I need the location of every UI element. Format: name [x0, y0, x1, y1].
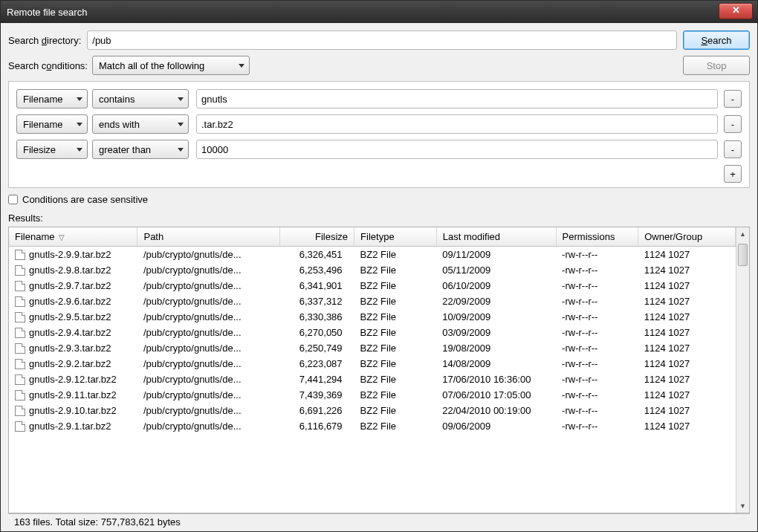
cell-filename: gnutls-2.9.10.tar.bz2 [9, 403, 137, 418]
cell-owner-group: 1124 1027 [638, 418, 736, 434]
table-row[interactable]: gnutls-2.9.2.tar.bz2/pub/crypto/gnutls/d… [9, 356, 736, 372]
cell-path: /pub/crypto/gnutls/de... [137, 418, 279, 434]
table-row[interactable]: gnutls-2.9.11.tar.bz2/pub/crypto/gnutls/… [9, 387, 736, 403]
remove-condition-button[interactable]: - [724, 115, 742, 133]
cell-filetype: BZ2 File [354, 325, 437, 340]
cell-owner-group: 1124 1027 [638, 293, 736, 309]
search-directory-label: Search directory: [8, 35, 81, 46]
cell-path: /pub/crypto/gnutls/de... [137, 340, 279, 356]
cell-owner-group: 1124 1027 [638, 372, 736, 387]
condition-operator-select[interactable]: ends with [92, 114, 189, 134]
condition-row: Filesizegreater than- [16, 140, 742, 159]
scroll-down-icon[interactable]: ▼ [736, 499, 749, 513]
results-table: Filename▽ Path Filesize Filetype Last mo… [8, 227, 750, 513]
condition-operator-value: greater than [99, 144, 151, 155]
col-filetype[interactable]: Filetype [354, 227, 437, 247]
cell-last-modified: 22/04/2010 00:19:00 [436, 403, 556, 418]
cell-path: /pub/crypto/gnutls/de... [137, 403, 279, 418]
search-directory-input[interactable] [87, 30, 677, 50]
cell-last-modified: 03/09/2009 [436, 325, 556, 340]
cell-filetype: BZ2 File [354, 403, 437, 418]
col-owner-group[interactable]: Owner/Group [638, 227, 736, 247]
cell-last-modified: 19/08/2009 [436, 340, 556, 356]
condition-operator-value: ends with [99, 119, 140, 130]
cell-filesize: 6,330,386 [279, 309, 354, 325]
col-permissions[interactable]: Permissions [556, 227, 638, 247]
file-icon [15, 343, 25, 354]
table-row[interactable]: gnutls-2.9.5.tar.bz2/pub/crypto/gnutls/d… [9, 309, 736, 325]
cell-filesize: 6,341,901 [279, 278, 354, 293]
window-close-button[interactable]: ✕ [719, 3, 753, 19]
condition-value-input[interactable] [196, 140, 718, 159]
col-filesize[interactable]: Filesize [279, 227, 354, 247]
file-icon [15, 312, 25, 322]
condition-operator-select[interactable]: contains [92, 89, 189, 108]
cell-last-modified: 09/06/2009 [436, 418, 556, 434]
cell-permissions: -rw-r--r-- [556, 418, 638, 434]
table-row[interactable]: gnutls-2.9.9.tar.bz2/pub/crypto/gnutls/d… [9, 247, 736, 263]
cell-permissions: -rw-r--r-- [556, 309, 638, 325]
cell-permissions: -rw-r--r-- [556, 325, 638, 340]
results-scrollbar[interactable]: ▲ ▼ [736, 227, 749, 513]
cell-filesize: 6,337,312 [279, 293, 354, 309]
cell-filename: gnutls-2.9.5.tar.bz2 [9, 309, 137, 325]
cell-permissions: -rw-r--r-- [556, 278, 638, 293]
cell-filetype: BZ2 File [354, 372, 437, 387]
file-icon [15, 390, 25, 400]
file-icon [15, 328, 25, 338]
match-mode-select[interactable]: Match all of the following [92, 56, 250, 75]
remove-condition-button[interactable]: - [724, 140, 742, 158]
file-icon [15, 296, 25, 307]
stop-button[interactable]: Stop [683, 56, 750, 75]
cell-filesize: 6,250,749 [279, 340, 354, 356]
cell-filename: gnutls-2.9.2.tar.bz2 [9, 356, 137, 372]
cell-filename: gnutls-2.9.1.tar.bz2 [9, 418, 137, 434]
cell-owner-group: 1124 1027 [638, 247, 736, 263]
cell-filesize: 6,253,496 [279, 262, 354, 278]
table-row[interactable]: gnutls-2.9.8.tar.bz2/pub/crypto/gnutls/d… [9, 262, 736, 278]
cell-owner-group: 1124 1027 [638, 340, 736, 356]
condition-field-select[interactable]: Filename [16, 89, 88, 108]
case-sensitive-checkbox[interactable] [8, 195, 18, 204]
add-condition-button[interactable]: + [724, 165, 742, 183]
condition-field-select[interactable]: Filename [16, 114, 88, 134]
cell-owner-group: 1124 1027 [638, 278, 736, 293]
cell-filename: gnutls-2.9.4.tar.bz2 [9, 325, 137, 340]
window-title: Remote file search [7, 7, 87, 18]
condition-value-input[interactable] [196, 89, 718, 108]
client-area: Search directory: Search Search conditio… [1, 23, 757, 531]
file-icon [15, 374, 25, 385]
remove-condition-button[interactable]: - [724, 90, 742, 108]
table-row[interactable]: gnutls-2.9.10.tar.bz2/pub/crypto/gnutls/… [9, 403, 736, 418]
cell-permissions: -rw-r--r-- [556, 340, 638, 356]
cell-filesize: 6,223,087 [279, 356, 354, 372]
cell-filesize: 7,439,369 [279, 387, 354, 403]
condition-value-input[interactable] [196, 114, 718, 134]
cell-permissions: -rw-r--r-- [556, 293, 638, 309]
cell-filetype: BZ2 File [354, 418, 437, 434]
cell-permissions: -rw-r--r-- [556, 262, 638, 278]
cell-filename: gnutls-2.9.6.tar.bz2 [9, 293, 137, 309]
col-last-modified[interactable]: Last modified [436, 227, 556, 247]
condition-field-select[interactable]: Filesize [16, 140, 88, 159]
conditions-panel: Filenamecontains-Filenameends with-Files… [8, 81, 750, 188]
table-row[interactable]: gnutls-2.9.3.tar.bz2/pub/crypto/gnutls/d… [9, 340, 736, 356]
cell-filetype: BZ2 File [354, 262, 437, 278]
cell-filename: gnutls-2.9.8.tar.bz2 [9, 262, 137, 278]
table-row[interactable]: gnutls-2.9.4.tar.bz2/pub/crypto/gnutls/d… [9, 325, 736, 340]
col-filename[interactable]: Filename▽ [9, 227, 137, 247]
cell-last-modified: 05/11/2009 [436, 262, 556, 278]
file-icon [15, 281, 25, 291]
cell-owner-group: 1124 1027 [638, 387, 736, 403]
cell-filesize: 6,270,050 [279, 325, 354, 340]
condition-operator-select[interactable]: greater than [92, 140, 189, 159]
col-path[interactable]: Path [137, 227, 279, 247]
file-icon [15, 421, 25, 432]
table-row[interactable]: gnutls-2.9.6.tar.bz2/pub/crypto/gnutls/d… [9, 293, 736, 309]
table-row[interactable]: gnutls-2.9.12.tar.bz2/pub/crypto/gnutls/… [9, 372, 736, 387]
search-button[interactable]: Search [683, 30, 750, 50]
table-row[interactable]: gnutls-2.9.1.tar.bz2/pub/crypto/gnutls/d… [9, 418, 736, 434]
scroll-thumb[interactable] [738, 244, 748, 266]
table-row[interactable]: gnutls-2.9.7.tar.bz2/pub/crypto/gnutls/d… [9, 278, 736, 293]
scroll-up-icon[interactable]: ▲ [736, 227, 749, 241]
